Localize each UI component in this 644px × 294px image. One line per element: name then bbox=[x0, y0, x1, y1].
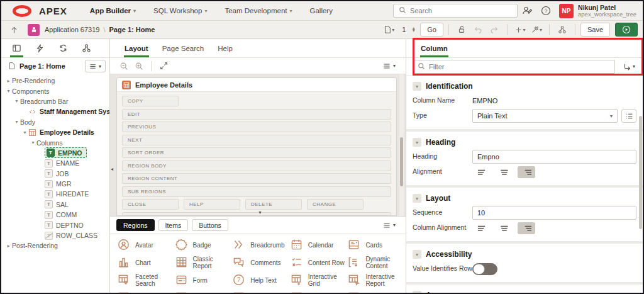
user-menu[interactable]: NP Nikunj Patel apex_workspace_tree bbox=[559, 4, 636, 18]
section-header-appearance[interactable]: ▾ Appearance bbox=[413, 288, 636, 293]
page-number-stepper[interactable]: ▲▼ bbox=[411, 27, 416, 32]
layout-slot-help[interactable]: HELP bbox=[184, 199, 240, 210]
gallery-item-interactive-grid[interactable]: Interactive Grid bbox=[291, 271, 348, 289]
gallery-item-partial[interactable] bbox=[175, 289, 233, 293]
expand-icon[interactable] bbox=[156, 59, 171, 73]
chevron-right-icon[interactable]: ▸ bbox=[5, 78, 12, 84]
gallery-item-dynamic-content[interactable]: Dynamic Content bbox=[348, 254, 406, 271]
tree-item-job[interactable]: TJOB bbox=[1, 169, 109, 179]
section-header-accessibility[interactable]: ▾ Accessibility bbox=[413, 247, 636, 261]
layout-slot-region-body[interactable]: REGION BODY bbox=[122, 161, 391, 171]
type-select[interactable]: Plain Text▾ bbox=[472, 109, 618, 123]
go-to-group-button[interactable]: ▾ bbox=[620, 62, 638, 71]
global-search[interactable] bbox=[393, 4, 518, 18]
properties-scrollbar[interactable] bbox=[639, 116, 642, 229]
heading-input[interactable]: Empno bbox=[472, 150, 636, 164]
layout-slot-previous[interactable]: PREVIOUS bbox=[122, 122, 391, 132]
collapse-icon[interactable]: ▾ bbox=[413, 194, 421, 203]
tree-item-sal[interactable]: TSAL bbox=[1, 200, 109, 210]
go-button[interactable]: Go bbox=[420, 23, 443, 37]
collapse-icon[interactable]: ▾ bbox=[413, 250, 421, 259]
chevron-down-icon[interactable]: ▾ bbox=[21, 130, 28, 135]
chevron-down-icon[interactable]: ▾ bbox=[30, 140, 36, 145]
tree-item-hiredate[interactable]: THIREDATE bbox=[1, 189, 109, 199]
align-center-button[interactable] bbox=[495, 166, 513, 178]
layout-slot-sub-regions[interactable]: SUB REGIONS bbox=[122, 186, 391, 197]
section-header-layout[interactable]: ▾ Layout bbox=[413, 191, 636, 205]
tree-menu-button[interactable]: ▾ bbox=[85, 60, 106, 72]
gallery-item-partial[interactable] bbox=[348, 289, 406, 293]
top-menu-sql-workshop[interactable]: SQL Workshop▾ bbox=[145, 1, 216, 21]
gallery-tab-buttons[interactable]: Buttons bbox=[192, 219, 228, 231]
align-left-button[interactable] bbox=[472, 222, 490, 234]
chevron-down-icon[interactable]: ▾ bbox=[13, 119, 20, 125]
tab-layout[interactable]: Layout bbox=[118, 39, 155, 57]
tree-item-ename[interactable]: TENAME bbox=[1, 158, 109, 168]
tab-help[interactable]: Help bbox=[211, 39, 240, 57]
page-selector-icon[interactable]: ▾ bbox=[381, 23, 396, 37]
breadcrumb[interactable]: Application 67319\Page 1: Home bbox=[45, 26, 155, 33]
tree-item-empno[interactable]: TEMPNO bbox=[1, 148, 109, 158]
tree-item-deptno[interactable]: TDEPTNO bbox=[1, 220, 109, 230]
collapse-icon[interactable]: ▾ bbox=[413, 138, 421, 147]
layout-slot-copy[interactable]: COPY bbox=[122, 96, 179, 106]
layout-slot-close[interactable]: CLOSE bbox=[122, 199, 179, 210]
gallery-item-faceted-search[interactable]: Faceted Search bbox=[118, 271, 175, 289]
gallery-tab-items[interactable]: Items bbox=[158, 219, 189, 231]
gallery-tab-regions[interactable]: Regions bbox=[116, 219, 155, 231]
section-header-heading[interactable]: ▾ Heading bbox=[413, 135, 636, 149]
gallery-item-comments[interactable]: Comments bbox=[233, 254, 291, 271]
employee-details-region[interactable]: Employee Details COPYEDITPREVIOUSNEXTSOR… bbox=[116, 77, 397, 216]
property-filter[interactable] bbox=[413, 60, 615, 74]
help-icon[interactable]: ? bbox=[536, 1, 555, 21]
gallery-item-partial[interactable] bbox=[118, 289, 175, 293]
gallery-item-cards[interactable]: Cards bbox=[348, 236, 406, 254]
undo-icon[interactable] bbox=[470, 23, 486, 37]
tree-item-pre-rendering[interactable]: ▸Pre-Rendering bbox=[1, 76, 109, 86]
layout-slot-edit[interactable]: EDIT bbox=[122, 109, 391, 120]
dynamic-actions-icon[interactable] bbox=[28, 39, 52, 57]
run-button[interactable] bbox=[615, 23, 638, 37]
rendering-tab-icon[interactable] bbox=[5, 39, 28, 57]
processing-icon[interactable] bbox=[52, 39, 75, 57]
chevron-right-icon[interactable]: ▸ bbox=[5, 243, 12, 249]
shared-components-icon[interactable] bbox=[75, 39, 98, 57]
layout-menu-button[interactable]: ▾ bbox=[379, 60, 399, 72]
gallery-item-content-row[interactable]: Content Row bbox=[291, 254, 348, 271]
create-menu-icon[interactable]: ▾ bbox=[513, 23, 528, 37]
layout-canvas[interactable]: Employee Details COPYEDITPREVIOUSNEXTSOR… bbox=[110, 74, 406, 216]
gallery-item-partial[interactable] bbox=[233, 289, 291, 293]
admin-icon[interactable] bbox=[518, 1, 536, 21]
layout-slot-create[interactable]: CREATE bbox=[122, 212, 391, 217]
tree-item-row-class[interactable]: TROW_CLASS bbox=[1, 230, 109, 240]
tree-item-components[interactable]: ▾Components bbox=[1, 86, 109, 96]
page-number-input[interactable]: 1 bbox=[397, 26, 410, 33]
layout-slot-sort-order[interactable]: SORT ORDER bbox=[122, 147, 391, 158]
align-center-button[interactable] bbox=[495, 222, 513, 234]
align-right-button[interactable] bbox=[518, 166, 535, 178]
gallery-item-classic-report[interactable]: Classic Report bbox=[175, 254, 233, 271]
type-list-button[interactable] bbox=[621, 109, 636, 123]
gallery-item-partial[interactable] bbox=[291, 289, 348, 293]
property-filter-input[interactable] bbox=[429, 63, 610, 71]
tree-root-page[interactable]: Page 1: Home ▾ bbox=[1, 58, 109, 74]
gallery-item-breadcrumb[interactable]: Breadcrumb bbox=[233, 236, 291, 254]
top-menu-team-development[interactable]: Team Development▾ bbox=[216, 1, 301, 21]
gallery-item-chart[interactable]: Chart bbox=[118, 254, 175, 271]
gallery-menu-button[interactable]: ▾ bbox=[379, 219, 399, 232]
tab-column[interactable]: Column bbox=[414, 39, 455, 57]
gallery-item-calendar[interactable]: Calendar bbox=[291, 236, 348, 254]
chevron-down-icon[interactable]: ▾ bbox=[5, 88, 12, 94]
gallery-item-help-text[interactable]: ?Help Text bbox=[233, 271, 291, 289]
top-menu-gallery[interactable]: Gallery bbox=[301, 1, 341, 21]
layout-slot-delete[interactable]: DELETE bbox=[245, 199, 302, 210]
top-menu-app-builder[interactable]: App Builder▾ bbox=[81, 1, 145, 21]
application-icon[interactable] bbox=[28, 24, 40, 36]
gallery-item-badge[interactable]: Badge bbox=[175, 236, 233, 254]
redo-icon[interactable] bbox=[487, 23, 502, 37]
section-header-identification[interactable]: ▾ Identification bbox=[413, 79, 636, 93]
tree-item-body[interactable]: ▾Body bbox=[1, 117, 109, 127]
tree-item-breadcrumb-bar[interactable]: ▾Breadcrumb Bar bbox=[1, 96, 109, 106]
chevron-down-icon[interactable]: ▾ bbox=[13, 98, 20, 104]
tree-item-mgr[interactable]: TMGR bbox=[1, 179, 109, 189]
